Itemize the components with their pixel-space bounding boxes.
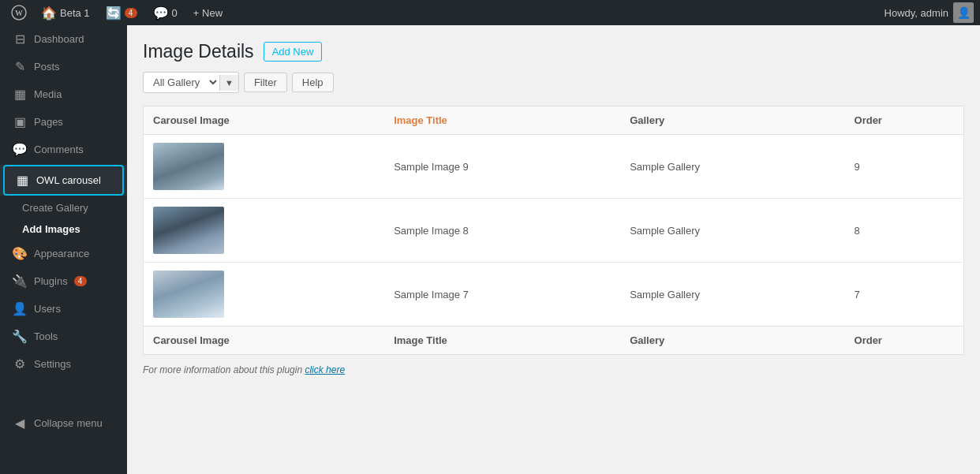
col-carousel-image: Carousel Image: [144, 106, 385, 135]
sidebar-item-label: Users: [34, 303, 61, 315]
adminbar-right: Howdy, admin 👤: [885, 2, 974, 23]
sidebar-item-dashboard[interactable]: ⊟ Dashboard: [0, 25, 127, 53]
carousel-image-2: [153, 207, 224, 254]
col-order: Order: [845, 106, 964, 135]
sidebar-item-owl-carousel[interactable]: ▦ OWL carousel: [0, 165, 127, 196]
sidebar-sub-create-gallery[interactable]: Create Gallery: [0, 197, 127, 218]
table-body: Sample Image 9 Sample Gallery 9 Sample I…: [144, 135, 964, 327]
plugins-badge: 4: [74, 276, 87, 286]
sidebar-item-label: Appearance: [34, 248, 89, 259]
col-gallery: Gallery: [620, 106, 844, 135]
gallery-select[interactable]: All Gallery: [144, 73, 219, 92]
updates-icon: 🔄: [106, 6, 122, 21]
filter-bar: All Gallery ▼ Filter Help: [143, 72, 964, 93]
carousel-image-3: [153, 271, 224, 318]
footer-col-image-title: Image Title: [384, 327, 620, 355]
sidebar: ⊟ Dashboard ✎ Posts ▦ Media ▣ Pages 💬 Co…: [0, 25, 127, 474]
sidebar-item-label: Settings: [34, 358, 71, 370]
create-gallery-label: Create Gallery: [22, 202, 88, 214]
collapse-label: Collapse menu: [34, 417, 103, 429]
help-button[interactable]: Help: [292, 73, 334, 92]
table-header-row: Carousel Image Image Title Gallery Order: [144, 106, 964, 135]
table-footer: Carousel Image Image Title Gallery Order: [144, 327, 964, 355]
table-row: Sample Image 9 Sample Gallery 9: [144, 135, 964, 199]
updates-link[interactable]: 🔄 4: [99, 0, 144, 25]
sidebar-item-label: Media: [34, 88, 62, 100]
sidebar-item-plugins[interactable]: 🔌 Plugins 4: [0, 267, 127, 295]
row-3-gallery: Sample Gallery: [620, 263, 844, 327]
svg-text:W: W: [15, 9, 23, 17]
table-header: Carousel Image Image Title Gallery Order: [144, 106, 964, 135]
admin-bar: W 🏠 Beta 1 🔄 4 💬 0 + New Howdy, admin 👤: [0, 0, 980, 25]
table-row: Sample Image 8 Sample Gallery 8: [144, 199, 964, 263]
footer-col-carousel-image: Carousel Image: [144, 327, 385, 355]
owl-submenu: Create Gallery Add Images: [0, 197, 127, 240]
media-icon: ▦: [12, 87, 28, 102]
sidebar-item-tools[interactable]: 🔧 Tools: [0, 323, 127, 350]
footer-link[interactable]: click here: [305, 364, 345, 375]
row-2-image: [144, 199, 385, 263]
row-2-title: Sample Image 8: [384, 199, 620, 263]
row-3-order: 7: [845, 263, 964, 327]
image-table: Carousel Image Image Title Gallery Order: [143, 106, 964, 355]
sidebar-item-pages[interactable]: ▣ Pages: [0, 108, 127, 136]
footer-col-order: Order: [845, 327, 964, 355]
new-content-link[interactable]: + New: [187, 0, 229, 25]
row-3-image: [144, 263, 385, 327]
posts-icon: ✎: [12, 59, 28, 74]
main-content: Image Details Add New All Gallery ▼ Filt…: [127, 25, 980, 474]
row-1-order: 9: [845, 135, 964, 199]
filter-button[interactable]: Filter: [244, 73, 287, 92]
sidebar-sub-add-images[interactable]: Add Images: [0, 218, 127, 240]
gallery-dropdown-arrow[interactable]: ▼: [219, 75, 238, 91]
sidebar-item-posts[interactable]: ✎ Posts: [0, 53, 127, 80]
sidebar-item-label: OWL carousel: [36, 174, 101, 186]
owl-icon: ▦: [14, 173, 30, 188]
page-header: Image Details Add New: [143, 41, 964, 62]
comments-link[interactable]: 💬 0: [147, 0, 184, 25]
col-image-title: Image Title: [384, 106, 620, 135]
sidebar-item-label: Comments: [34, 144, 84, 155]
settings-icon: ⚙: [12, 356, 28, 371]
page-title: Image Details: [143, 41, 254, 62]
sidebar-collapse[interactable]: ◀ Collapse menu: [0, 409, 127, 437]
gallery-select-wrap[interactable]: All Gallery ▼: [143, 72, 239, 93]
collapse-icon: ◀: [12, 416, 28, 431]
comments-nav-icon: 💬: [12, 142, 28, 157]
plugins-icon: 🔌: [12, 274, 28, 289]
appearance-icon: 🎨: [12, 246, 28, 261]
footer-col-gallery: Gallery: [620, 327, 844, 355]
site-name: Beta 1: [60, 7, 90, 19]
howdy-text: Howdy, admin: [885, 7, 948, 19]
site-name-link[interactable]: 🏠 Beta 1: [35, 0, 96, 25]
sidebar-item-users[interactable]: 👤 Users: [0, 295, 127, 323]
owl-carousel-inner[interactable]: ▦ OWL carousel: [3, 165, 124, 196]
sidebar-item-label: Dashboard: [34, 33, 84, 45]
pages-icon: ▣: [12, 114, 28, 129]
dashboard-icon: ⊟: [12, 32, 28, 47]
avatar[interactable]: 👤: [953, 2, 974, 23]
add-new-button[interactable]: Add New: [264, 42, 323, 62]
new-label: + New: [193, 7, 223, 19]
sidebar-item-settings[interactable]: ⚙ Settings: [0, 350, 127, 378]
sidebar-item-label: Tools: [34, 330, 58, 342]
add-images-label: Add Images: [22, 223, 80, 235]
main-layout: ⊟ Dashboard ✎ Posts ▦ Media ▣ Pages 💬 Co…: [0, 25, 980, 474]
table-footer-row: Carousel Image Image Title Gallery Order: [144, 327, 964, 355]
sidebar-item-appearance[interactable]: 🎨 Appearance: [0, 240, 127, 267]
tools-icon: 🔧: [12, 329, 28, 344]
row-2-order: 8: [845, 199, 964, 263]
table-row: Sample Image 7 Sample Gallery 7: [144, 263, 964, 327]
row-1-title: Sample Image 9: [384, 135, 620, 199]
row-1-image: [144, 135, 385, 199]
row-2-gallery: Sample Gallery: [620, 199, 844, 263]
footer-note: For more information about this plugin c…: [143, 364, 964, 375]
home-icon: 🏠: [41, 6, 57, 21]
sidebar-item-label: Posts: [34, 61, 60, 73]
wp-logo[interactable]: W: [6, 0, 32, 25]
row-1-gallery: Sample Gallery: [620, 135, 844, 199]
carousel-image-1: [153, 143, 224, 190]
sidebar-item-comments[interactable]: 💬 Comments: [0, 136, 127, 163]
sidebar-item-label: Pages: [34, 116, 63, 128]
sidebar-item-media[interactable]: ▦ Media: [0, 80, 127, 108]
